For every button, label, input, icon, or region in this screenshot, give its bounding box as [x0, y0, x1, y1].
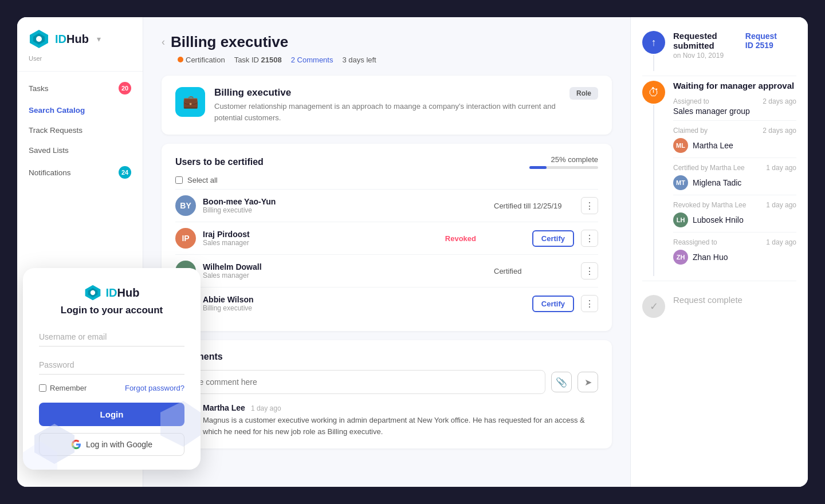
- role-desc: Customer relationship management is an a…: [214, 101, 560, 123]
- role-card-header: 💼 Billing executive Customer relationshi…: [175, 87, 598, 123]
- comment-header: Martha Lee 1 day ago: [203, 403, 598, 412]
- select-all-checkbox[interactable]: [175, 176, 183, 184]
- comment-time: 1 day ago: [251, 404, 281, 412]
- avatar: LH: [673, 212, 688, 227]
- complete-icon: ✓: [642, 295, 665, 318]
- select-all-row: Select all: [175, 176, 598, 184]
- avatar: BY: [175, 195, 196, 216]
- request-id-link[interactable]: Request ID 2519: [745, 32, 796, 50]
- certify-button[interactable]: Certify: [532, 296, 574, 312]
- login-app-name: IDHub: [106, 286, 140, 300]
- complete-title: Request complete: [673, 295, 742, 305]
- users-title: Users to be certified: [175, 157, 264, 167]
- avatar: ML: [673, 138, 688, 153]
- more-options-button[interactable]: ⋮: [581, 262, 598, 279]
- revoked-time: 1 day ago: [766, 201, 796, 209]
- certified-label: Certified by Martha Lee: [673, 164, 745, 172]
- google-login-button[interactable]: Log in with Google: [39, 433, 184, 456]
- list-item: ML Martha Lee 1 day ago Magnus is a cust…: [175, 403, 598, 437]
- sidebar-chevron[interactable]: ▾: [97, 34, 101, 44]
- tl-divider: [673, 195, 796, 195]
- role-name: Billing executive: [214, 87, 560, 99]
- role-badge: Role: [569, 87, 598, 100]
- tl-date: on Nov 10, 2019: [673, 52, 796, 60]
- sidebar-item-notifications[interactable]: Notifications 24: [17, 160, 143, 184]
- timeline-item-submitted: ↑ Requested submitted Request ID 2519 on…: [642, 31, 796, 71]
- user-name: Boon-mee Yao-Yun: [203, 197, 487, 206]
- user-name: Abbie Wilson: [203, 295, 438, 304]
- user-info: Boon-mee Yao-Yun Billing executive: [203, 197, 487, 214]
- timeline-item-complete: ✓ Request complete: [642, 286, 796, 329]
- google-icon: [71, 439, 81, 450]
- timeline-item-waiting: ⏱ Waiting for manager approval Assigned …: [642, 81, 796, 276]
- sidebar-item-search-catalog[interactable]: Search Catalog: [17, 100, 143, 120]
- table-row: IP Iraj Pirdoost Sales manager Revoked C…: [175, 222, 598, 254]
- user-role: Billing executive: [203, 206, 487, 214]
- back-button[interactable]: ‹: [162, 36, 165, 48]
- comment-content: Martha Lee 1 day ago Magnus is a custome…: [203, 403, 598, 437]
- tl-title: Requested submitted: [673, 31, 745, 50]
- select-all-label: Select all: [187, 176, 218, 184]
- tl-divider: [673, 158, 796, 158]
- assigned-section: Assigned to 2 days ago Sales manager gro…: [673, 96, 796, 116]
- table-row: WD Wilhelm Dowall Sales manager Certifie…: [175, 254, 598, 287]
- reassigned-username: Zhan Huo: [693, 253, 728, 262]
- idhub-logo-icon: [29, 29, 49, 49]
- cert-dot: Certification: [178, 56, 225, 64]
- comment-input[interactable]: [175, 370, 545, 394]
- remember-label[interactable]: Remember: [39, 384, 87, 392]
- attach-button[interactable]: 📎: [551, 372, 572, 392]
- login-remember-row: Remember Forgot password?: [39, 384, 184, 392]
- forgot-password-link[interactable]: Forgot password?: [125, 384, 184, 392]
- tl-divider: [673, 232, 796, 233]
- sidebar-tasks-badge: 20: [119, 82, 131, 94]
- progress-bar: [529, 166, 547, 169]
- password-input[interactable]: [39, 356, 184, 375]
- revoked-username: Lubosek Hnilo: [693, 215, 744, 225]
- more-options-button[interactable]: ⋮: [581, 197, 598, 214]
- claimed-time: 2 days ago: [763, 127, 796, 135]
- reassigned-section: Reassigned to 1 day ago ZH Zhan Huo: [673, 237, 796, 265]
- more-options-button[interactable]: ⋮: [581, 295, 598, 312]
- comments-title: Comments: [175, 352, 598, 362]
- role-icon: 💼: [175, 87, 205, 117]
- comments-link[interactable]: 2 Comments: [291, 56, 333, 64]
- comment-author: Martha Lee: [203, 403, 245, 412]
- role-card: 💼 Billing executive Customer relationshi…: [162, 76, 612, 135]
- svg-point-2: [36, 36, 42, 42]
- send-button[interactable]: ➤: [578, 372, 598, 392]
- revoked-section: Revoked by Martha Lee 1 day ago LH Lubos…: [673, 200, 796, 227]
- sidebar-item-track-requests[interactable]: Track Requests: [17, 120, 143, 140]
- tl-divider: [642, 281, 796, 281]
- timeline-content-waiting: Waiting for manager approval Assigned to…: [673, 81, 796, 265]
- assigned-label: Assigned to: [673, 97, 709, 105]
- assigned-value: Sales manager group: [673, 107, 796, 116]
- sidebar-search-catalog-label: Search Catalog: [29, 106, 85, 115]
- table-row: BY Boon-mee Yao-Yun Billing executive Ce…: [175, 189, 598, 222]
- reassigned-label: Reassigned to: [673, 238, 717, 246]
- progress-bar-wrap: [529, 166, 598, 169]
- sidebar-track-requests-label: Track Requests: [29, 126, 82, 135]
- tl-divider: [673, 120, 796, 121]
- avatar: IP: [175, 228, 196, 249]
- user-status: Certified till 12/25/19: [494, 202, 574, 210]
- user-role: Sales manager: [203, 239, 438, 247]
- comment-input-wrap: 📎 ➤: [175, 370, 598, 394]
- username-input[interactable]: [39, 328, 184, 346]
- certify-button[interactable]: Certify: [532, 230, 574, 247]
- remember-checkbox[interactable]: [39, 384, 46, 392]
- sidebar-saved-lists-label: Saved Lists: [29, 146, 69, 155]
- login-button[interactable]: Login: [39, 403, 184, 426]
- users-card: Users to be certified 25% complete Selec…: [162, 144, 612, 331]
- sidebar-item-saved-lists[interactable]: Saved Lists: [17, 140, 143, 160]
- tl-divider: [642, 76, 796, 76]
- user-info: Iraj Pirdoost Sales manager: [203, 230, 438, 247]
- sidebar-divider: [17, 71, 143, 72]
- more-options-button[interactable]: ⋮: [581, 230, 598, 247]
- avatar: ZH: [673, 250, 688, 265]
- revoked-user-row: LH Lubosek Hnilo: [673, 212, 796, 227]
- user-role: Sales manager: [203, 271, 487, 279]
- table-row: AW Abbie Wilson Billing executive Certif…: [175, 287, 598, 320]
- role-info: Billing executive Customer relationship …: [214, 87, 560, 123]
- sidebar-item-tasks[interactable]: Tasks 20: [17, 76, 143, 100]
